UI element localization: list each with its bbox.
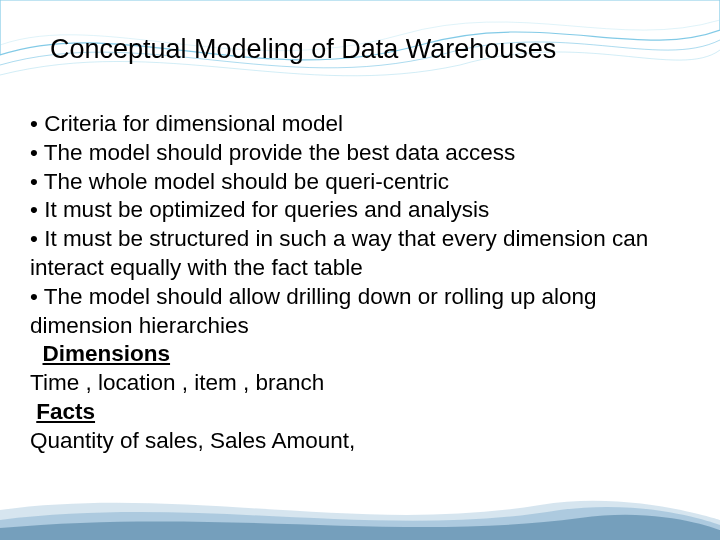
slide: Conceptual Modeling of Data Warehouses •…	[0, 0, 720, 540]
facts-heading-text: Facts	[36, 399, 95, 424]
bullet-item: • The model should allow drilling down o…	[30, 283, 690, 341]
bullet-item: • The model should provide the best data…	[30, 139, 690, 168]
decorative-wave-bottom	[0, 480, 720, 540]
bullet-item: • It must be optimized for queries and a…	[30, 196, 690, 225]
bullet-item: • It must be structured in such a way th…	[30, 225, 690, 283]
facts-text: Quantity of sales, Sales Amount,	[30, 427, 690, 456]
slide-title: Conceptual Modeling of Data Warehouses	[50, 34, 670, 65]
bullet-item: • Criteria for dimensional model	[30, 110, 690, 139]
dimensions-text: Time , location , item , branch	[30, 369, 690, 398]
facts-heading: Facts	[30, 398, 690, 427]
slide-body: • Criteria for dimensional model • The m…	[30, 110, 690, 456]
indent-space	[30, 341, 43, 366]
dimensions-heading: Dimensions	[30, 340, 690, 369]
bullet-item: • The whole model should be queri-centri…	[30, 168, 690, 197]
dimensions-heading-text: Dimensions	[43, 341, 171, 366]
